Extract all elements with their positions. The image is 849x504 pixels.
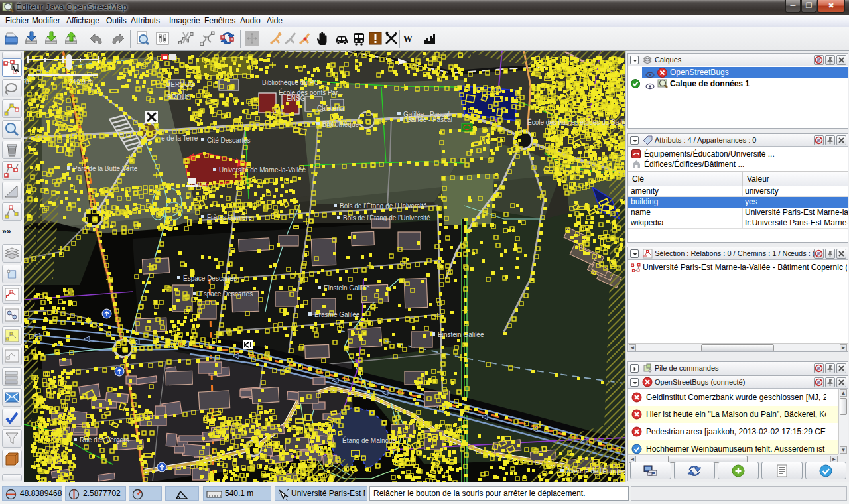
svg-text:Einstein Galilée: Einstein Galilée: [324, 284, 370, 292]
svg-text:FDK: FDK: [194, 181, 208, 188]
svg-text:Parc de la Butte Verte: Parc de la Butte Verte: [73, 165, 138, 172]
svg-text:Einstein Galilée: Einstein Galilée: [438, 331, 484, 338]
svg-text:Erasme Galilée: Erasme Galilée: [314, 311, 360, 318]
svg-text:Bibliothèque: Bibliothèque: [322, 121, 359, 128]
svg-text:219.9 m: 219.9 m: [69, 78, 93, 86]
svg-text:École des ponts Par...: École des ponts Par...: [279, 88, 343, 96]
svg-text:Bois de l'Étang de l'Universit: Bois de l'Étang de l'Université: [340, 202, 427, 210]
svg-text:Frères Lumière: Frères Lumière: [207, 214, 252, 221]
svg-text:DEROUS: DEROUS: [166, 81, 194, 88]
svg-text:École des hautes études du Bai: École des hautes études du Bailly: [527, 118, 625, 126]
svg-text:BROUS: BROUS: [167, 94, 191, 101]
svg-text:Avenue de l'Europe: Avenue de l'Europe: [566, 468, 624, 475]
svg-text:Galilée - Pascal: Galilée - Pascal: [403, 111, 450, 118]
svg-text:Cité Descartes: Cité Descartes: [207, 137, 251, 144]
svg-text:e de la Terre: e de la Terre: [161, 135, 198, 142]
svg-text:Espace Descartes: Espace Descartes: [183, 275, 237, 282]
svg-text:Espace Descartes: Espace Descartes: [199, 290, 253, 298]
svg-text:0: 0: [25, 78, 29, 86]
svg-text:Étang de Malnoue: Étang de Malnoue: [342, 436, 397, 444]
svg-text:Bibliothèque du PC: Bibliothèque du PC: [262, 79, 319, 86]
svg-text:Bois de l'Étang de l'Universit: Bois de l'Étang de l'Université: [343, 214, 430, 221]
svg-text:Université de Marne-la-Vallée: Université de Marne-la-Vallée: [219, 166, 306, 174]
svg-text:Rue des Vergers: Rue des Vergers: [80, 436, 129, 444]
svg-text:Cafeteria: Cafeteria: [317, 105, 344, 112]
